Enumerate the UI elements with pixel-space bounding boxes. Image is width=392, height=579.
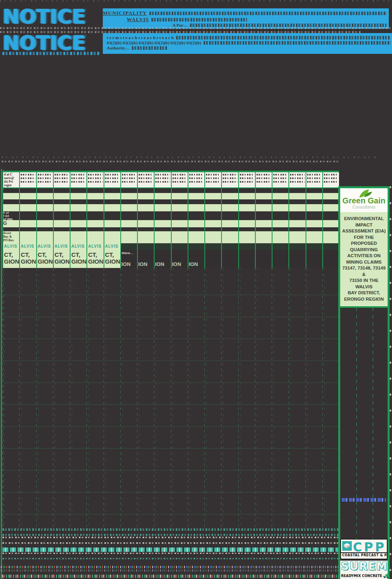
cpp-logo: CPP COASTAL PRECAST & PAVING (340, 539, 388, 559)
column-header-cell (255, 172, 272, 188)
table-cell-band (238, 231, 255, 243)
garbled-text (55, 173, 69, 176)
suremix-name: SUREMIX (341, 561, 388, 572)
alvis-band (255, 243, 272, 250)
table-cell-band (255, 199, 272, 204)
eia-text-line: ASSESSMENT (EIA) (341, 228, 387, 234)
text-fragment: dwest (3, 231, 19, 235)
column-body (104, 268, 120, 530)
table-cell-band (137, 193, 154, 199)
notice1-line2: WALVIS (127, 16, 389, 23)
alvis-band (221, 243, 238, 250)
garbled-text (273, 181, 288, 183)
garbled-smallprint-row (1, 574, 391, 578)
notice2-headline: NOTICE (2, 33, 102, 53)
garbled-text (189, 173, 204, 176)
table-column: ALVISCT,GION (70, 172, 86, 530)
table-cell-band (288, 227, 305, 231)
region-text: GION (105, 258, 120, 265)
table-cell-band (36, 231, 53, 243)
table-cell-band (86, 193, 103, 199)
table-cell-band (306, 193, 322, 199)
garbled-text (324, 177, 338, 180)
district-text: CT, (38, 251, 53, 258)
table-cell-band (137, 227, 154, 231)
table-cell-band (53, 188, 70, 193)
table-column (255, 172, 272, 530)
column-header-cell (86, 172, 103, 188)
table-cell-band (288, 199, 305, 204)
table-cell-band (137, 199, 154, 204)
garbled-text (55, 177, 69, 180)
alvis-band (322, 243, 339, 250)
garbled-text (206, 181, 220, 183)
eia-text-line: FOR THE PROPOSED (341, 234, 387, 247)
table-cell-band (288, 188, 305, 193)
table-cell-band (272, 231, 288, 243)
district-region-cell (255, 250, 272, 268)
suremix-logo: SUREMIX READYMIX CONCRETE T… (340, 561, 388, 579)
table-cell-band (188, 220, 204, 227)
advert-column-body (340, 308, 388, 539)
garbled-text (172, 173, 187, 176)
garbled-text (139, 177, 153, 180)
text-fragment: naric@ (4, 176, 19, 180)
table-cell-band (36, 193, 53, 199)
district-region-cell (204, 250, 221, 268)
notice2-line3: Authority… (107, 45, 392, 51)
region-text: GION (88, 258, 103, 265)
district-region-cell: CT,GION (104, 250, 120, 268)
garbled-text (105, 181, 120, 183)
column-body (2, 268, 19, 530)
garbled-text (206, 173, 220, 176)
column-header-cell (70, 172, 86, 188)
table-cell-band (36, 227, 53, 231)
table-column: ALVISCT,GION (53, 172, 70, 530)
district-region-cell: CT,GION (36, 250, 53, 268)
garbled-text (105, 173, 120, 176)
table-cell-band (154, 199, 171, 204)
garbled-text (307, 181, 321, 183)
garbled-text (240, 173, 254, 176)
garbled-text (139, 173, 153, 176)
table-cell-band (306, 211, 322, 220)
region-text: GION (4, 258, 19, 265)
table-cell-band (137, 211, 154, 220)
table-cell-band (171, 231, 188, 243)
table-cell-band (120, 231, 137, 243)
garbled-text (155, 177, 170, 180)
table-cell-band (306, 220, 322, 227)
district-text: CT, (105, 251, 120, 258)
garbled-text (88, 181, 102, 183)
column-body (171, 268, 188, 530)
column-header-cell (154, 172, 171, 188)
table-cell-band (238, 199, 255, 204)
table-cell-band (104, 220, 120, 227)
table-cell-band (272, 199, 288, 204)
column-header-cell (272, 172, 288, 188)
alvis-band: ALVIS (53, 243, 70, 250)
garbled-teal-row (2, 533, 339, 536)
table-cell-band (19, 231, 36, 243)
garbled-text (122, 181, 136, 183)
table-cell-band (137, 188, 154, 193)
table-cell-band (154, 231, 171, 243)
table-cell-band (120, 193, 137, 199)
column-header-cell (204, 172, 221, 188)
table-cell-band (238, 227, 255, 231)
column-header-cell (306, 172, 322, 188)
garbled-text (151, 18, 247, 22)
table-cell-band (120, 220, 137, 227)
district-text: CT, (21, 251, 36, 258)
table-cell-band (137, 220, 154, 227)
text-fragment: ION (155, 261, 164, 267)
table-column: d at Cnaric@(b) Priregisth olf Ailof Wal… (2, 172, 19, 530)
district-region-cell: CT,GION (53, 250, 70, 268)
alvis-band (288, 243, 305, 250)
table-cell-band (19, 220, 36, 227)
garbled-teal-row (2, 528, 339, 532)
table-cell-band (70, 193, 86, 199)
eia-text-line: ENVIRONMENTAL (341, 216, 387, 222)
column-body (53, 268, 70, 530)
table-cell-band (322, 220, 339, 227)
